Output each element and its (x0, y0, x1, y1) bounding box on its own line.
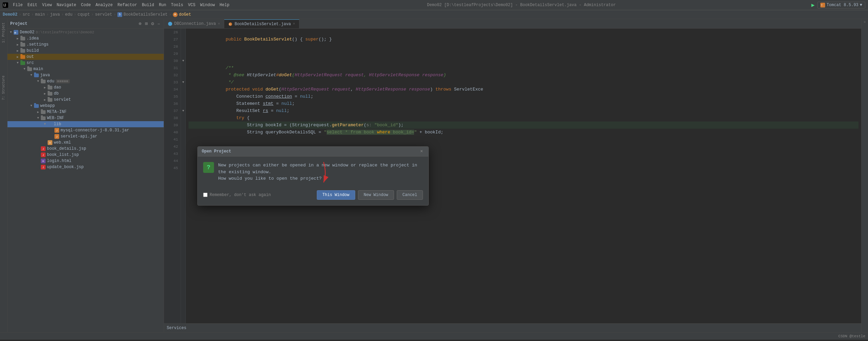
expand-arrow: ▼ (22, 67, 27, 71)
tree-item-src[interactable]: ▼ src (7, 60, 164, 66)
cancel-button[interactable]: Cancel (397, 190, 423, 200)
breadcrumb-servlet-pkg[interactable]: servlet (95, 12, 112, 17)
right-sidebar: ≡ (861, 19, 868, 332)
breadcrumb-cqupt[interactable]: cqupt (78, 12, 90, 17)
tree-item-java[interactable]: ▼ java (7, 72, 164, 78)
tree-item-servlet-jar[interactable]: J servlet-api.jar (7, 133, 164, 140)
expand-icon (36, 159, 40, 163)
menu-help[interactable]: Help (217, 2, 231, 8)
tree-item-build[interactable]: ▶ build (7, 48, 164, 54)
expand-arrow: ▼ (29, 73, 33, 77)
tree-item-servlet-pkg[interactable]: ▶ servlet (7, 97, 164, 103)
tree-item-book-details-jsp[interactable]: J book_details.jsp (7, 146, 164, 152)
item-label: web.xml (54, 140, 71, 145)
sidebar-tab-structure[interactable]: 7: Structure (1, 74, 6, 102)
expand-all-btn[interactable]: ⊞ (144, 20, 148, 27)
settings-btn[interactable]: ⚙ (150, 20, 154, 27)
tab-close-btn[interactable]: × (218, 22, 220, 26)
tree-item-web-inf[interactable]: ▼ WEB-INF (7, 115, 164, 121)
run-icon[interactable]: ▶ (812, 2, 815, 9)
item-path: D:\testleafProjects\Demo02 (36, 30, 94, 34)
item-label: .idea (27, 36, 39, 41)
menu-run[interactable]: Run (157, 2, 168, 8)
tree-item-demo02[interactable]: ▼ m Demo02 D:\testleafProjects\Demo02 (7, 29, 164, 35)
tree-item-book-list-jsp[interactable]: J book_list.jsp (7, 152, 164, 158)
tree-item-dao[interactable]: ▶ dao (7, 84, 164, 91)
tree-item-web-xml[interactable]: X web.xml (7, 140, 164, 146)
breadcrumb-edu[interactable]: edu (65, 12, 72, 17)
menu-file[interactable]: File (11, 2, 25, 8)
menu-vcs[interactable]: VCS (186, 2, 198, 8)
tree-item-edu[interactable]: ▼ edu ■■■■■ (7, 78, 164, 84)
remember-checkbox-container[interactable]: Remember, don't ask again (203, 193, 314, 197)
fold-gutter: ▼ ▼ ▼ (181, 29, 186, 323)
item-label: edu (47, 79, 54, 84)
tree-item-mysql-jar[interactable]: J mysql-connector-j-8.0.31.jar (7, 127, 164, 133)
menu-edit[interactable]: Edit (26, 2, 39, 8)
folder-icon (48, 123, 52, 126)
menu-refactor[interactable]: Refactor (115, 2, 139, 8)
folder-icon (34, 104, 39, 108)
menu-code[interactable]: Code (79, 2, 93, 8)
tree-item-lib[interactable]: ▼ lib (7, 121, 164, 127)
tree-item-webapp[interactable]: ▼ webapp (7, 103, 164, 109)
item-label: WEB-INF (47, 116, 64, 120)
code-line-41 (189, 136, 858, 143)
item-label: out (27, 54, 34, 59)
tab-bookdetailsservlet[interactable]: S BookDetailsServlet.java × (224, 19, 299, 28)
breadcrumb-java[interactable]: java (50, 12, 60, 17)
dialog-buttons: This Window New Window Cancel (317, 190, 423, 200)
expand-arrow: ▼ (36, 79, 40, 83)
tree-item-out[interactable]: ▶ out (7, 54, 164, 60)
menu-tools[interactable]: Tools (169, 2, 185, 8)
remember-checkbox[interactable] (203, 193, 208, 197)
menu-navigate[interactable]: Navigate (54, 2, 78, 8)
tab-servlet-icon: S (228, 22, 232, 26)
tree-item-db[interactable]: ▶ db (7, 91, 164, 97)
breadcrumb-src[interactable]: src (22, 12, 30, 17)
expand-arrow: ▶ (16, 49, 20, 53)
tab-close-btn[interactable]: × (293, 22, 295, 26)
folder-icon (20, 49, 25, 53)
new-window-button[interactable]: New Window (358, 190, 394, 200)
dialog-close-btn[interactable]: × (419, 149, 424, 154)
item-label: .settings (27, 42, 49, 47)
tree-item-meta-inf[interactable]: ▶ META-INF (7, 109, 164, 115)
main-layout: 1: Project 7: Structure Project ⊕ ⊞ ⚙ – … (0, 19, 868, 332)
csdn-watermark: CSDN @testle (838, 334, 865, 338)
breadcrumb-module[interactable]: Demo02 (3, 12, 17, 17)
tree-item-login-html[interactable]: H login.html (7, 158, 164, 164)
tab-label: DBConnection.java (174, 21, 216, 26)
services-bar[interactable]: Services (164, 323, 861, 332)
code-line-31: * @see HttpServlet#doGet(HttpServletRequ… (189, 64, 858, 71)
svg-text:IJ: IJ (3, 3, 6, 7)
breadcrumb-method[interactable]: doGet (179, 12, 191, 17)
svg-text:m: m (14, 31, 16, 34)
breadcrumb-main[interactable]: main (35, 12, 45, 17)
locate-file-btn[interactable]: ⊕ (138, 20, 142, 27)
tab-dbconnection[interactable]: DBConnection.java × (164, 19, 224, 28)
tree-item-settings[interactable]: ▶ .settings (7, 42, 164, 48)
svg-text:S: S (229, 23, 230, 26)
tree-item-main[interactable]: ▼ main (7, 66, 164, 72)
code-line-33: protected void doGet(HttpServletRequest … (189, 79, 858, 86)
menu-analyze[interactable]: Analyze (94, 2, 115, 8)
item-label: webapp (40, 103, 55, 108)
file-tree: ▼ m Demo02 D:\testleafProjects\Demo02 ▶ … (7, 29, 164, 332)
run-config[interactable]: T Tomcat 8.5.93 ▼ (817, 2, 865, 9)
app-icon: IJ (3, 2, 8, 8)
dialog-title: Open Project (202, 149, 419, 154)
this-window-button[interactable]: This Window (317, 190, 355, 200)
hide-panel-btn[interactable]: – (157, 20, 161, 27)
tree-item-idea[interactable]: ▶ .idea (7, 35, 164, 42)
folder-icon (41, 80, 46, 83)
tomcat-icon: T (820, 3, 825, 7)
folder-icon (20, 43, 25, 47)
menu-view[interactable]: View (40, 2, 54, 8)
menu-window[interactable]: Window (198, 2, 217, 8)
menu-build[interactable]: Build (140, 2, 156, 8)
expand-arrow: ▶ (16, 36, 20, 40)
sidebar-tab-project[interactable]: 1: Project (1, 20, 6, 45)
tree-item-update-book-jsp[interactable]: J update_book.jsp (7, 164, 164, 170)
breadcrumb-class[interactable]: BookDetailsServlet (124, 12, 168, 17)
